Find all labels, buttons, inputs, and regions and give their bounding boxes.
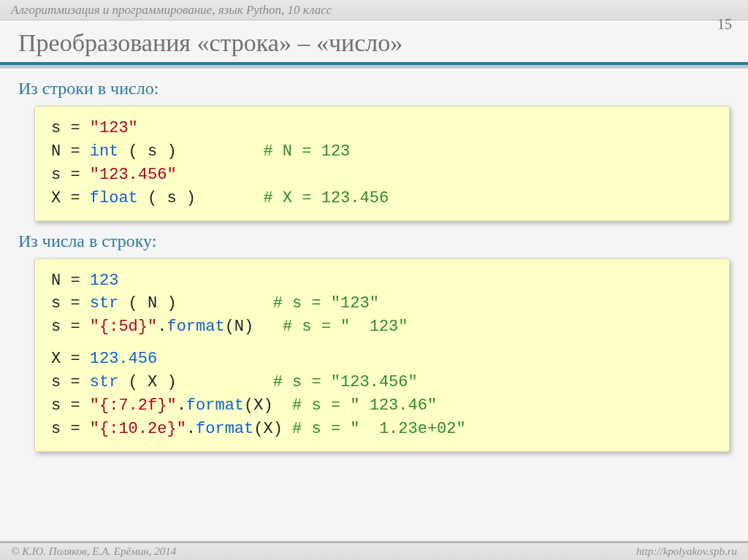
section1-label: Из строки в число: (18, 79, 730, 99)
header-text: Алгоритмизация и программирование, язык … (11, 3, 332, 17)
page-number: 15 (717, 16, 732, 33)
code-block-2: N = 123 s = str ( N ) # s = "123" s = "{… (34, 258, 730, 452)
code-line: s = str ( N ) # s = "123" (51, 292, 713, 315)
code-gap (51, 339, 713, 348)
slide-title: Преобразования «строка» – «число» (18, 29, 402, 57)
slide-header: Алгоритмизация и программирование, язык … (0, 0, 748, 20)
slide-footer: © К.Ю. Поляков, Е.А. Ерёмин, 2014 http:/… (0, 541, 748, 560)
code-line: s = "123" (51, 117, 713, 140)
footer-url: http://kpolyakov.spb.ru (636, 545, 737, 558)
code-line: X = 123.456 (51, 348, 713, 371)
code-line: s = str ( X ) # s = "123.456" (51, 371, 713, 394)
content-area: Из строки в число: s = "123" N = int ( s… (18, 73, 730, 462)
code-line: N = int ( s ) # N = 123 (51, 140, 713, 164)
code-line: s = "{:7.2f}".format(X) # s = " 123.46" (51, 394, 713, 418)
code-line: N = 123 (51, 269, 713, 293)
code-line: s = "{:10.2e}".format(X) # s = " 1.23e+0… (51, 418, 713, 441)
code-line: s = "{:5d}".format(N) # s = " 123" (51, 315, 713, 339)
footer-copyright: © К.Ю. Поляков, Е.А. Ерёмин, 2014 (11, 545, 176, 558)
code-line: s = "123.456" (51, 164, 713, 187)
section2-label: Из числа в строку: (18, 231, 730, 251)
code-block-1: s = "123" N = int ( s ) # N = 123 s = "1… (34, 106, 730, 221)
code-line: X = float ( s ) # X = 123.456 (51, 187, 713, 210)
title-underline (0, 62, 748, 65)
